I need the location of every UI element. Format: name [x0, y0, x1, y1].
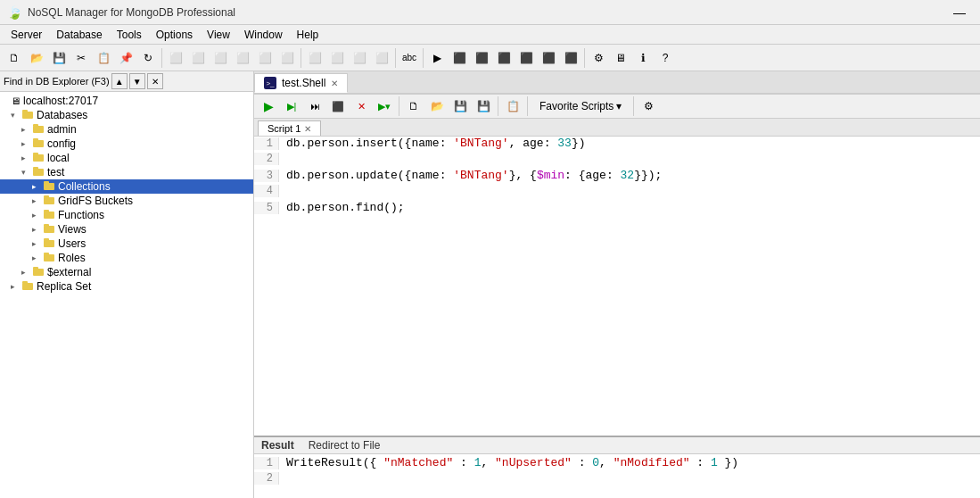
tb-open[interactable]: 📂	[26, 47, 47, 69]
tree-label-replicaset: Replica Set	[37, 280, 91, 293]
script-1-close[interactable]: ✕	[304, 124, 311, 134]
shell-tab-close[interactable]: ✕	[331, 79, 338, 88]
run-arrow-button[interactable]: ▶▾	[374, 96, 395, 116]
tb-btn-9[interactable]: ⬜	[349, 47, 370, 69]
tb-btn-10[interactable]: ⬜	[371, 47, 392, 69]
menu-bar: ServerDatabaseToolsOptionsViewWindowHelp	[0, 25, 980, 45]
svg-rect-16	[44, 226, 54, 233]
menu-item-tools[interactable]: Tools	[110, 27, 149, 43]
app-title: NoSQL Manager for MongoDB Professional	[28, 6, 235, 19]
script-1-tab[interactable]: Script 1 ✕	[258, 120, 321, 136]
menu-item-database[interactable]: Database	[49, 27, 109, 43]
tb-btn-8[interactable]: ⬜	[326, 47, 348, 69]
tb-btn-12[interactable]: ▶	[426, 47, 448, 69]
tree-item-external[interactable]: ▸$external	[0, 265, 253, 279]
tb-btn-4[interactable]: ⬜	[232, 47, 253, 69]
tree-expander: ▾	[11, 111, 21, 120]
tb-btn-6[interactable]: ⬜	[276, 47, 298, 69]
tb-btn-20[interactable]: 🖥	[610, 47, 631, 69]
menu-item-options[interactable]: Options	[149, 27, 200, 43]
tree-item-local[interactable]: ▸local	[0, 151, 253, 165]
tb-btn-5[interactable]: ⬜	[254, 47, 276, 69]
tb-new[interactable]: 🗋	[4, 47, 25, 69]
result-line-num-1: 1	[254, 457, 279, 469]
tree-item-config[interactable]: ▸config	[0, 137, 253, 151]
svg-rect-6	[33, 154, 44, 162]
run-button[interactable]: ▶	[258, 96, 279, 116]
tree-label-collections: Collections	[58, 180, 111, 193]
tb-btn-7[interactable]: ⬜	[304, 47, 325, 69]
tb-save[interactable]: 💾	[48, 47, 70, 69]
tree-item-admin[interactable]: ▸admin	[0, 122, 253, 137]
tree-label-root: localhost:27017	[23, 95, 98, 107]
favorite-scripts-button[interactable]: Favorite Scripts ▾	[531, 97, 630, 115]
script-save2[interactable]: 💾	[473, 96, 494, 116]
shell-tab-icon: >_	[264, 77, 276, 89]
tree-item-test[interactable]: ▾test	[0, 165, 253, 179]
tb-btn-3[interactable]: ⬜	[210, 47, 231, 69]
code-editor[interactable]: 1db.person.insert({name: 'BNTang', age: …	[254, 137, 980, 436]
tree-item-views[interactable]: ▸Views	[0, 222, 253, 237]
tb-btn-19[interactable]: ⚙	[588, 47, 609, 69]
tb-btn-18[interactable]: ⬛	[560, 47, 581, 69]
tb-btn-14[interactable]: ⬛	[471, 47, 492, 69]
menu-item-window[interactable]: Window	[237, 27, 290, 43]
tree-item-databases[interactable]: ▾Databases	[0, 108, 253, 122]
tb-copy[interactable]: 📋	[93, 47, 114, 69]
redirect-to-file-button[interactable]: Redirect to File	[309, 439, 381, 452]
result-line-num-2: 2	[254, 472, 279, 485]
menu-item-view[interactable]: View	[200, 27, 237, 43]
menu-item-server[interactable]: Server	[4, 27, 49, 43]
script-open[interactable]: 📂	[426, 96, 448, 116]
script-save[interactable]: 💾	[449, 96, 471, 116]
tb-btn-2[interactable]: ⬜	[187, 47, 209, 69]
result-header: Result Redirect to File	[254, 437, 980, 454]
tb-btn-21[interactable]: ℹ	[632, 47, 654, 69]
tree-icon-external	[32, 266, 45, 278]
svg-rect-9	[33, 167, 38, 170]
line-num-4: 4	[254, 185, 279, 197]
tree-item-functions[interactable]: ▸Functions	[0, 208, 253, 222]
tb-btn-22[interactable]: ?	[655, 47, 676, 69]
tree-item-roles[interactable]: ▸Roles	[0, 251, 253, 265]
step-button[interactable]: ⏭	[304, 96, 325, 116]
tb-btn-15[interactable]: ⬛	[493, 47, 515, 69]
result-line-1: 1WriteResult({ "nMatched" : 1, "nUpserte…	[254, 456, 980, 472]
tb-btn-1[interactable]: ⬜	[165, 47, 186, 69]
tb-cut[interactable]: ✂	[70, 47, 92, 69]
nav-up-button[interactable]: ▲	[111, 73, 128, 89]
script-settings[interactable]: ⚙	[638, 96, 659, 116]
menu-item-help[interactable]: Help	[290, 27, 326, 43]
tb-btn-17[interactable]: ⬛	[538, 47, 559, 69]
tree-item-replicaset[interactable]: ▸Replica Set	[0, 279, 253, 294]
tb-paste[interactable]: 📌	[115, 47, 136, 69]
run-selected-button[interactable]: ▶|	[281, 96, 302, 116]
tb-btn-13[interactable]: ⬛	[449, 47, 470, 69]
tb-sep-1	[161, 48, 162, 68]
stop-button[interactable]: ⬛	[327, 96, 349, 116]
svg-rect-11	[44, 181, 49, 184]
tb-refresh[interactable]: ↻	[137, 47, 159, 69]
script-clip[interactable]: 📋	[502, 96, 523, 116]
svg-rect-13	[44, 195, 49, 198]
svg-rect-15	[44, 210, 49, 212]
tree-item-users[interactable]: ▸Users	[0, 237, 253, 251]
cancel-button[interactable]: ✕	[350, 96, 372, 116]
line-num-2: 2	[254, 153, 279, 165]
tree-item-gridfs[interactable]: ▸GridFS Buckets	[0, 194, 253, 208]
tree-item-root[interactable]: 🖥localhost:27017	[0, 94, 253, 108]
tb-btn-16[interactable]: ⬛	[515, 47, 537, 69]
result-content: 1WriteResult({ "nMatched" : 1, "nUpserte…	[254, 454, 980, 498]
script-new[interactable]: 🗋	[403, 96, 424, 116]
result-line-content-1: WriteResult({ "nMatched" : 1, "nUpserted…	[279, 456, 738, 469]
nav-down-button[interactable]: ▼	[129, 73, 145, 89]
tb-btn-11[interactable]: abc	[399, 47, 420, 69]
minimize-button[interactable]: —	[946, 5, 973, 20]
tree-expander: ▸	[21, 139, 32, 148]
tree-expander: ▸	[32, 182, 43, 191]
nav-close-button[interactable]: ✕	[147, 73, 163, 89]
shell-tab[interactable]: >_ test.Shell ✕	[254, 73, 348, 93]
line-num-5: 5	[254, 202, 279, 214]
tree-label-local: local	[47, 152, 70, 164]
tree-item-collections[interactable]: ▸Collections	[0, 179, 253, 194]
